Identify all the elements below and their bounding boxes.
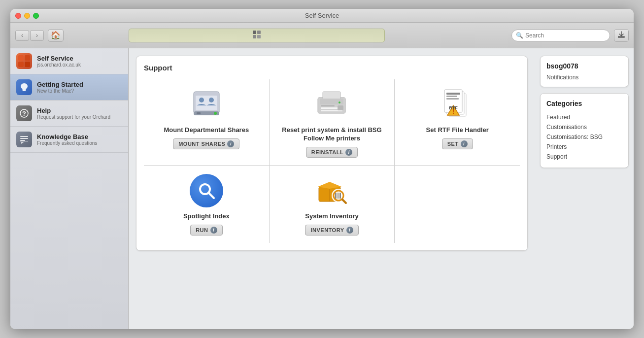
help-title: Help: [37, 107, 122, 114]
reinstall-label: REINSTALL: [311, 149, 343, 155]
mount-shares-button[interactable]: MOUNT SHARES i: [173, 138, 239, 149]
spotlight-title: Spotlight Index: [183, 212, 230, 221]
categories-title: Categories: [546, 100, 622, 107]
svg-rect-7: [25, 62, 30, 67]
forward-button[interactable]: ›: [30, 30, 44, 41]
sidebar-app-name: Self Service: [37, 55, 81, 62]
item-system-inventory: System Inventory INVENTORY i: [270, 166, 395, 243]
knowledge-base-title: Knowledge Base: [37, 133, 122, 140]
mount-shares-title: Mount Departmental Shares: [164, 126, 249, 135]
item-spotlight: Spotlight Index RUN i: [144, 166, 269, 243]
sidebar-header: Self Service jss.orchard.ox.ac.uk: [10, 48, 128, 74]
reset-print-title: Reset print system & install BSG Follow …: [277, 126, 387, 143]
set-button[interactable]: SET i: [442, 138, 473, 149]
toolbar: ‹ › 🏠 🔍: [10, 23, 634, 48]
svg-rect-17: [196, 96, 217, 110]
minimize-button[interactable]: [24, 13, 30, 19]
help-subtitle: Request support for your Orchard: [37, 114, 122, 120]
svg-rect-51: [340, 193, 341, 199]
user-card: bsog0078 Notifications: [540, 56, 629, 87]
forward-icon: ›: [36, 32, 38, 39]
window-title: Self Service: [305, 12, 339, 19]
download-button[interactable]: [614, 29, 629, 42]
svg-line-52: [342, 200, 346, 203]
svg-rect-29: [338, 105, 343, 110]
category-customisations[interactable]: Customisations: [546, 122, 622, 132]
knowledge-base-icon: [16, 132, 32, 147]
inventory-info[interactable]: i: [346, 227, 353, 234]
reinstall-button[interactable]: REINSTALL i: [306, 147, 358, 158]
svg-rect-14: [20, 141, 28, 142]
rtf-handler-title: Set RTF File Handler: [426, 126, 489, 135]
run-info[interactable]: i: [210, 227, 217, 234]
home-button[interactable]: 🏠: [48, 29, 64, 42]
search-box[interactable]: 🔍: [511, 30, 610, 41]
back-icon: ‹: [21, 32, 23, 39]
back-button[interactable]: ‹: [15, 30, 29, 41]
mount-shares-info[interactable]: i: [227, 140, 234, 147]
help-text: Help Request support for your Orchard: [37, 107, 122, 120]
category-printers[interactable]: Printers: [546, 142, 622, 152]
knowledge-base-text: Knowledge Base Frequently asked question…: [37, 133, 122, 146]
category-featured[interactable]: Featured: [546, 112, 622, 122]
knowledge-base-subtitle: Frequently asked questions: [37, 140, 122, 146]
svg-rect-50: [339, 193, 339, 199]
getting-started-subtitle: New to the Mac?: [37, 88, 122, 94]
svg-point-18: [199, 98, 204, 102]
svg-rect-25: [323, 92, 340, 99]
items-grid: Mount Departmental Shares MOUNT SHARES i: [144, 79, 520, 243]
mount-shares-label: MOUNT SHARES: [178, 141, 225, 147]
item-reset-print: Reset print system & install BSG Follow …: [270, 79, 395, 165]
titlebar: Self Service: [10, 9, 634, 23]
svg-rect-3: [257, 35, 261, 38]
main-area: Self Service jss.orchard.ox.ac.uk Gettin…: [10, 48, 634, 329]
category-support[interactable]: Support: [546, 152, 622, 162]
svg-rect-6: [18, 62, 24, 67]
svg-point-30: [339, 101, 340, 103]
section-title: Support: [144, 64, 520, 72]
reinstall-info[interactable]: i: [345, 149, 352, 156]
notifications-link[interactable]: Notifications: [546, 74, 622, 81]
svg-rect-11: [20, 136, 28, 137]
sidebar-item-help[interactable]: ? Help Request support for your Orchard: [10, 101, 128, 127]
sidebar-item-knowledge-base[interactable]: Knowledge Base Frequently asked question…: [10, 127, 128, 153]
svg-rect-4: [18, 55, 24, 61]
close-button[interactable]: [15, 13, 21, 19]
inventory-label: INVENTORY: [310, 227, 344, 233]
svg-rect-8: [23, 90, 26, 91]
maximize-button[interactable]: [33, 13, 39, 19]
search-input[interactable]: [525, 32, 606, 39]
svg-text:RTF: RTF: [449, 105, 458, 110]
getting-started-text: Getting Started New to the Mac?: [37, 81, 122, 94]
category-customisations-bsg[interactable]: Customisations: BSG: [546, 132, 622, 142]
item-empty: [395, 166, 520, 243]
address-icon: [252, 30, 262, 41]
sidebar-item-getting-started[interactable]: Getting Started New to the Mac?: [10, 74, 128, 101]
spotlight-icon-area: [189, 173, 224, 208]
svg-rect-48: [337, 193, 337, 199]
svg-rect-13: [20, 140, 25, 141]
set-info[interactable]: i: [461, 140, 468, 147]
svg-point-19: [209, 98, 214, 102]
sidebar-app-url: jss.orchard.ox.ac.uk: [37, 62, 81, 68]
home-icon: 🏠: [51, 31, 61, 40]
run-button[interactable]: RUN i: [190, 225, 222, 236]
svg-rect-35: [446, 93, 460, 95]
help-icon: ?: [16, 105, 32, 121]
username: bsog0078: [546, 62, 622, 70]
categories-list: Featured Customisations Customisations: …: [546, 112, 622, 162]
mount-shares-icon-area: [189, 87, 224, 122]
search-icon: 🔍: [516, 32, 523, 39]
svg-rect-5: [25, 55, 30, 61]
reset-print-icon-area: [314, 87, 349, 122]
svg-rect-37: [446, 98, 459, 100]
nav-buttons: ‹ ›: [15, 30, 44, 41]
svg-line-41: [208, 193, 214, 198]
getting-started-title: Getting Started: [37, 81, 122, 88]
inventory-button[interactable]: INVENTORY i: [305, 225, 358, 236]
app-icon: [16, 53, 32, 69]
traffic-lights: [15, 13, 39, 19]
system-inventory-title: System Inventory: [305, 212, 358, 221]
svg-rect-22: [197, 112, 201, 114]
system-inventory-icon-area: [314, 173, 349, 208]
